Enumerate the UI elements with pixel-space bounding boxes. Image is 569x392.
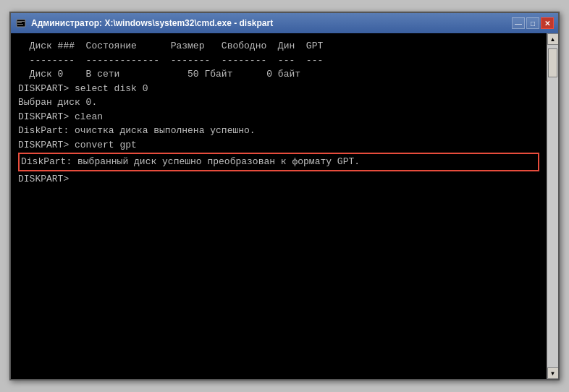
scroll-thumb[interactable]: [548, 48, 557, 77]
terminal-line: Диск ### Состояние Размер Свободно Дин G…: [18, 39, 539, 54]
window-icon: [15, 17, 27, 29]
minimize-button[interactable]: —: [512, 17, 525, 29]
scroll-track[interactable]: [547, 45, 558, 367]
highlighted-output-line: DiskPart: выбранный диск успешно преобра…: [18, 153, 539, 171]
terminal-line: Диск 0 В сети 50 Гбайт 0 байт: [18, 67, 539, 82]
window-title: Администратор: X:\windows\system32\cmd.e…: [31, 18, 512, 28]
terminal-line: DISKPART> select disk 0: [18, 82, 539, 96]
scrollbar[interactable]: ▲ ▼: [547, 33, 558, 379]
terminal-line: -------- ------------- ------- -------- …: [18, 54, 539, 68]
window-body: Диск ### Состояние Размер Свободно Дин G…: [11, 33, 558, 379]
terminal-line: DISKPART> clean: [18, 110, 539, 124]
maximize-button[interactable]: □: [526, 17, 539, 29]
title-bar: Администратор: X:\windows\system32\cmd.e…: [11, 13, 558, 33]
svg-rect-3: [17, 24, 23, 25]
terminal-line: DISKPART> convert gpt: [18, 138, 539, 153]
svg-rect-2: [17, 22, 22, 23]
cmd-window: Администратор: X:\windows\system32\cmd.e…: [9, 12, 560, 380]
close-button[interactable]: ✕: [541, 17, 554, 29]
scroll-down-button[interactable]: ▼: [547, 367, 559, 379]
terminal-line: Выбран диск 0.: [18, 95, 539, 110]
terminal-line: DISKPART>: [18, 172, 539, 187]
terminal-line: DiskPart: очистка диска выполнена успешн…: [18, 124, 539, 138]
terminal-output[interactable]: Диск ### Состояние Размер Свободно Дин G…: [11, 33, 547, 379]
svg-rect-1: [17, 21, 25, 22]
scroll-up-button[interactable]: ▲: [547, 33, 559, 45]
window-controls: — □ ✕: [512, 17, 554, 29]
